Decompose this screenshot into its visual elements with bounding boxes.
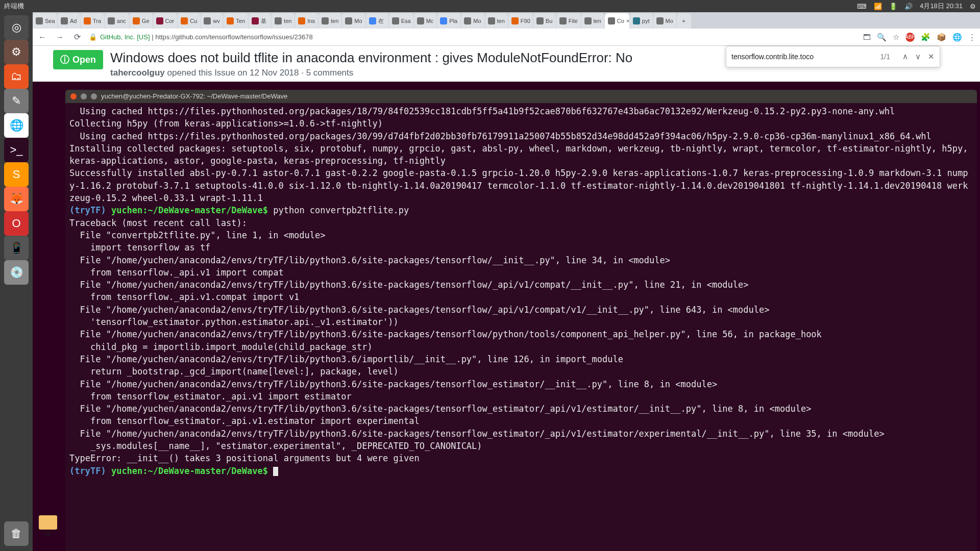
prompt-env: (tryTF) [69, 205, 106, 215]
omnibox[interactable]: 🔒 GitHub, Inc. [US] | https://github.com… [89, 33, 857, 41]
launcher-tile[interactable]: 🦊 [4, 187, 29, 211]
browser-tab[interactable]: Mo [653, 13, 676, 29]
favicon [156, 17, 163, 24]
battery-icon[interactable]: 🔋 [889, 3, 897, 10]
tab-label: ten [594, 18, 601, 24]
tab-label: Mo [473, 18, 481, 24]
tab-label: Ten [236, 18, 245, 24]
browser-tab[interactable]: Bu [533, 13, 556, 29]
browser-tab[interactable]: wv [201, 13, 223, 29]
browser-tab[interactable]: ten [485, 13, 508, 29]
launcher-tile[interactable]: 🌐 [4, 113, 29, 138]
browser-tab[interactable]: Ad [58, 13, 80, 29]
minimize-icon[interactable] [81, 93, 87, 99]
status-label: Open [72, 55, 96, 65]
browser-tab[interactable]: pyt [630, 13, 653, 29]
forward-button[interactable]: → [54, 33, 65, 42]
translate-icon[interactable]: 🗔 [863, 33, 871, 41]
tab-label: Cor [165, 18, 175, 24]
prompt-env: (tryTF) [69, 466, 106, 476]
launcher-tile[interactable]: 🗂 [4, 64, 29, 89]
favicon [322, 17, 329, 24]
favicon [227, 17, 234, 24]
tab-label: Bu [546, 18, 552, 24]
extension-icon[interactable]: 🧩 [921, 33, 930, 42]
tab-label: Ge [142, 18, 150, 24]
launcher-tile[interactable]: >_ [4, 138, 29, 162]
browser-tab[interactable]: Cu [178, 13, 200, 29]
desktop-folder[interactable]: bk [39, 515, 57, 537]
browser-tab[interactable]: Mc [414, 13, 437, 29]
browser-tab[interactable]: Mo [461, 13, 484, 29]
zoom-icon[interactable]: 🔍 [877, 33, 887, 42]
close-icon[interactable] [70, 93, 77, 99]
extension-icon[interactable]: 📦 [937, 33, 946, 42]
prompt-path: yuchen:~/DeWave-master/DeWave$ [111, 205, 268, 215]
back-button[interactable]: ← [37, 33, 48, 42]
extension-icon[interactable]: 🌐 [952, 33, 962, 42]
browser-tab[interactable]: F90 [508, 13, 533, 29]
favicon [511, 17, 519, 24]
browser-tab[interactable]: 在 [366, 13, 388, 29]
favicon [84, 17, 91, 24]
browser-tab[interactable]: Mo [342, 13, 365, 29]
launcher-tile[interactable]: ◎ [4, 15, 29, 40]
menu-icon[interactable]: ⋮ [968, 33, 976, 42]
bookmark-star-icon[interactable]: ☆ [893, 33, 899, 42]
find-query[interactable]: tensorflow.contrib.lite.toco [731, 53, 880, 61]
term-output-install: Using cached https://files.pythonhosted.… [69, 106, 973, 203]
indicator-icon[interactable]: 📶 [874, 3, 882, 10]
browser-tab[interactable]: ten [581, 13, 604, 29]
issue-opened-text: opened this Issue on 12 Nov 2018 · 5 com… [167, 68, 354, 78]
tab-label: ten [497, 18, 505, 24]
launcher-tile[interactable]: O [4, 211, 29, 236]
url-separator: | [150, 33, 156, 41]
tab-label: wv [213, 18, 219, 24]
launcher-tile[interactable]: 💿 [4, 260, 29, 285]
favicon [345, 17, 352, 24]
browser-tab[interactable]: Ins [295, 13, 318, 29]
trash-icon[interactable]: 🗑 [4, 521, 29, 546]
browser-tab[interactable]: 基 [249, 13, 271, 29]
find-close-icon[interactable]: ✕ [928, 52, 935, 61]
browser-tab[interactable]: ten [272, 13, 295, 29]
clock[interactable]: 4月18日 20:31 [920, 2, 963, 11]
maximize-icon[interactable] [91, 93, 97, 99]
browser-tab[interactable]: Co× [605, 13, 629, 29]
browser-tab[interactable]: anc [105, 13, 129, 29]
adblock-icon[interactable]: ABP [905, 33, 915, 42]
browser-tab[interactable]: Tra [81, 13, 104, 29]
browser-tab[interactable]: Cor [153, 13, 178, 29]
favicon [417, 17, 424, 24]
browser-tab[interactable]: File [556, 13, 581, 29]
system-menubar: 終端機 ⌨ 📶 🔋 🔊 4月18日 20:31 ⚙ [0, 0, 980, 12]
issue-author[interactable]: tahercoolguy [110, 68, 165, 78]
browser-tab[interactable]: Ten [224, 13, 248, 29]
launcher-tile[interactable]: ⚙ [4, 40, 29, 64]
active-app-name: 終端機 [4, 2, 24, 11]
term-output-traceback: Traceback (most recent call last): File … [69, 218, 885, 464]
browser-tab[interactable]: Esa [389, 13, 413, 29]
favicon [488, 17, 495, 24]
tab-label: Mc [426, 18, 434, 24]
new-tab-button[interactable]: + [677, 13, 691, 29]
browser-tab[interactable]: Pla [437, 13, 460, 29]
favicon [133, 17, 140, 24]
terminal-body[interactable]: Using cached https://files.pythonhosted.… [65, 103, 977, 479]
tab-close-icon[interactable]: × [626, 18, 629, 24]
launcher-tile[interactable]: S [4, 162, 29, 187]
terminal-title: yuchen@yuchen-Predator-GX-792: ~/DeWave-… [101, 92, 287, 102]
browser-tab[interactable]: ten [318, 13, 341, 29]
launcher-tile[interactable]: 📱 [4, 236, 29, 260]
reload-button[interactable]: ⟳ [71, 32, 83, 42]
gear-icon[interactable]: ⚙ [970, 3, 976, 10]
launcher-tile[interactable]: ✎ [4, 89, 29, 113]
volume-icon[interactable]: 🔊 [904, 3, 913, 10]
browser-tab[interactable]: Sea [33, 13, 57, 29]
status-badge-open: ⓘ Open [53, 50, 103, 69]
browser-tab[interactable]: Ge [130, 13, 153, 29]
indicator-icon[interactable]: ⌨ [857, 3, 867, 10]
terminal-titlebar[interactable]: yuchen@yuchen-Predator-GX-792: ~/DeWave-… [65, 90, 977, 103]
find-prev-icon[interactable]: ∧ [902, 52, 908, 61]
find-next-icon[interactable]: ∨ [915, 52, 921, 61]
